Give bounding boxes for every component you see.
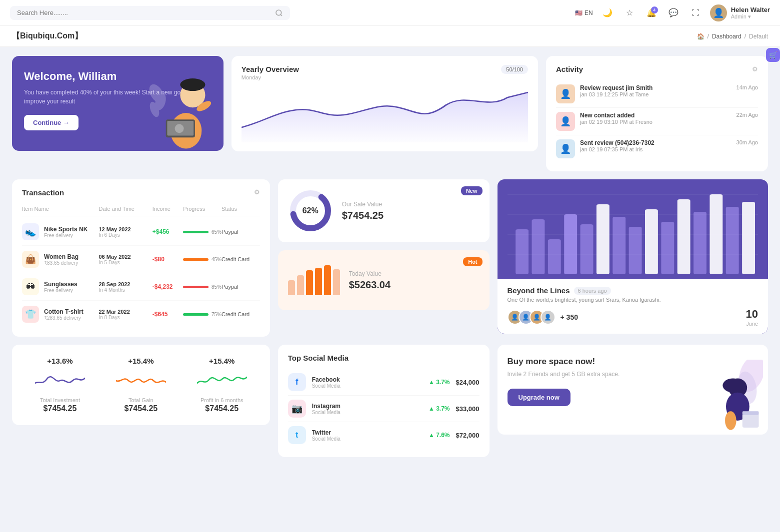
user-name: Helen Walter bbox=[731, 6, 770, 13]
beyond-card: ✏ ⚙ 🛒 Beyond the Lines 6 hours ago One O… bbox=[498, 179, 768, 334]
spark-pct-0: +13.6% bbox=[22, 357, 98, 365]
breadcrumb-default[interactable]: Default bbox=[749, 33, 768, 40]
activity-content-2: Sent review (504)236-7302 jan 02 19 07:3… bbox=[580, 139, 732, 152]
social-info-0: Facebook Social Media bbox=[312, 376, 422, 389]
table-row: 👜 Women Bag ₹83.65 delivery 06 May 2022 … bbox=[22, 246, 260, 273]
activity-desc-1: jan 02 19 03:10 PM at Fresno bbox=[580, 119, 732, 125]
beyond-date-month: June bbox=[746, 321, 758, 327]
progress-1: 45% bbox=[183, 257, 222, 262]
transaction-table-header: Item Name Date and Time Income Progress … bbox=[22, 202, 260, 216]
activity-time-1: 22m Ago bbox=[736, 112, 758, 118]
messages-icon[interactable]: 💬 bbox=[666, 5, 681, 20]
row-1: Welcome, William You have completed 40% … bbox=[12, 56, 768, 171]
social-change-1: ▲ 3.7% bbox=[428, 405, 450, 412]
avatar: 👤 bbox=[710, 4, 727, 21]
col-income: Income bbox=[152, 206, 183, 212]
date-2: 28 Sep 2022 bbox=[98, 281, 152, 287]
status-0: Paypal bbox=[222, 229, 260, 235]
brand-logo: 【Biqubiqu.Com】 bbox=[12, 31, 82, 41]
fullscreen-icon[interactable]: ⛶ bbox=[688, 5, 703, 20]
progress-pct-3: 75% bbox=[212, 312, 222, 317]
user-info: Helen Walter Admin ▾ bbox=[731, 6, 770, 20]
overview-badge: 50/100 bbox=[501, 65, 528, 74]
activity-desc-0: jan 03 19 12:25 PM at Tame bbox=[580, 91, 732, 97]
spark-item-1: +15.4% Total Gain $7454.25 bbox=[103, 357, 179, 413]
svg-rect-25 bbox=[628, 227, 642, 274]
transaction-settings-icon[interactable]: ⚙ bbox=[254, 188, 260, 196]
item-name-0: Nike Sports NK bbox=[44, 226, 88, 233]
progress-pct-2: 85% bbox=[212, 284, 222, 290]
hot-sale-card: Hot Today Value $5263.04 bbox=[278, 250, 490, 310]
spark-label-0: Total Investment bbox=[22, 397, 98, 403]
income-3: -$645 bbox=[152, 311, 183, 318]
language-selector[interactable]: 🇺🇸 EN bbox=[575, 9, 593, 16]
spark-pct-2: +15.4% bbox=[184, 357, 260, 365]
status-3: Credit Card bbox=[222, 311, 260, 317]
beyond-footer: 👤 👤 👤 👤 + 350 10 June bbox=[508, 308, 758, 327]
yearly-overview-card: Yearly Overview Monday 50/100 bbox=[232, 56, 538, 151]
sale-column: New 62% Our Sale Value $7454.25 Hot bbox=[278, 179, 490, 310]
svg-rect-22 bbox=[580, 224, 593, 274]
activity-title-2: Sent review (504)236-7302 bbox=[580, 139, 732, 146]
search-input[interactable] bbox=[17, 9, 271, 16]
date-sub-2: In 4 Months bbox=[98, 287, 152, 293]
item-info-2: 🕶 Sunglasses Free delivery bbox=[22, 278, 98, 295]
activity-title-1: New contact added bbox=[580, 112, 732, 119]
social-info-1: Instagram Social Media bbox=[312, 403, 422, 415]
item-icon-1: 👜 bbox=[22, 251, 39, 268]
svg-point-7 bbox=[180, 78, 205, 91]
progress-0: 65% bbox=[183, 229, 222, 235]
svg-rect-21 bbox=[564, 214, 577, 274]
beyond-time: 6 hours ago bbox=[574, 287, 611, 295]
new-sale-label: Our Sale Value bbox=[342, 201, 384, 208]
notifications-icon[interactable]: 🔔 4 bbox=[644, 5, 659, 20]
breadcrumb-dashboard[interactable]: Dashboard bbox=[712, 33, 742, 40]
income-1: -$80 bbox=[152, 256, 183, 263]
activity-settings-icon[interactable]: ⚙ bbox=[752, 65, 758, 73]
beyond-title: Beyond the Lines bbox=[508, 286, 570, 295]
buy-space-card: Buy more space now! Invite 2 Friends and… bbox=[498, 345, 768, 435]
table-row: 👕 Cotton T-shirt ₹283.65 delivery 22 Mar… bbox=[22, 301, 260, 328]
user-profile[interactable]: 👤 Helen Walter Admin ▾ bbox=[710, 4, 770, 21]
donut-chart: 62% bbox=[288, 188, 333, 233]
social-amount-2: $72,000 bbox=[456, 432, 480, 439]
table-row: 👟 Nike Sports NK Free delivery 12 May 20… bbox=[22, 218, 260, 246]
hot-bar-chart bbox=[288, 265, 340, 295]
status-2: Paypal bbox=[222, 284, 260, 290]
favorites-icon[interactable]: ☆ bbox=[622, 5, 637, 20]
date-sub-3: In 8 Days bbox=[98, 315, 152, 320]
social-row-1: 📷 Instagram Social Media ▲ 3.7% $33,000 bbox=[288, 396, 480, 422]
dark-mode-toggle[interactable]: 🌙 bbox=[600, 5, 615, 20]
instagram-icon: 📷 bbox=[288, 400, 306, 418]
activity-item-1: 👤 New contact added jan 02 19 03:10 PM a… bbox=[556, 108, 758, 135]
new-sale-info: Our Sale Value $7454.25 bbox=[342, 201, 384, 221]
beyond-title-row: Beyond the Lines 6 hours ago bbox=[508, 286, 758, 295]
activity-thumb-2: 👤 bbox=[556, 139, 575, 158]
svg-rect-19 bbox=[532, 219, 544, 274]
spark-item-2: +15.4% Profit in 6 months $7454.25 bbox=[184, 357, 260, 413]
progress-pct-0: 65% bbox=[212, 229, 222, 235]
continue-button[interactable]: Continue → bbox=[24, 115, 78, 130]
progress-3: 75% bbox=[183, 312, 222, 317]
notification-badge: 4 bbox=[651, 6, 658, 13]
beyond-date: 10 June bbox=[746, 308, 758, 327]
social-amount-1: $33,000 bbox=[456, 405, 480, 413]
date-1: 06 May 2022 bbox=[98, 254, 152, 260]
transaction-title: Transaction bbox=[22, 188, 64, 197]
activity-content-0: Review request jim Smith jan 03 19 12:25… bbox=[580, 84, 732, 97]
activity-item-2: 👤 Sent review (504)236-7302 jan 02 19 07… bbox=[556, 135, 758, 162]
progress-pct-1: 45% bbox=[212, 257, 222, 262]
yearly-overview-chart bbox=[242, 82, 528, 142]
breadcrumb-home-icon[interactable]: 🏠 bbox=[697, 33, 704, 40]
spark-label-2: Profit in 6 months bbox=[184, 397, 260, 403]
spark-value-2: $7454.25 bbox=[184, 404, 260, 413]
svg-rect-27 bbox=[661, 222, 674, 274]
date-0: 12 May 2022 bbox=[98, 226, 152, 232]
upgrade-button[interactable]: Upgrade now bbox=[508, 389, 570, 406]
search-bar[interactable] bbox=[10, 6, 290, 20]
main-content: Welcome, William You have completed 40% … bbox=[0, 47, 780, 466]
buy-space-illustration bbox=[703, 360, 763, 435]
activity-thumb-0: 👤 bbox=[556, 84, 575, 103]
spark-chart-2 bbox=[184, 368, 260, 393]
spark-chart-0 bbox=[22, 368, 98, 393]
